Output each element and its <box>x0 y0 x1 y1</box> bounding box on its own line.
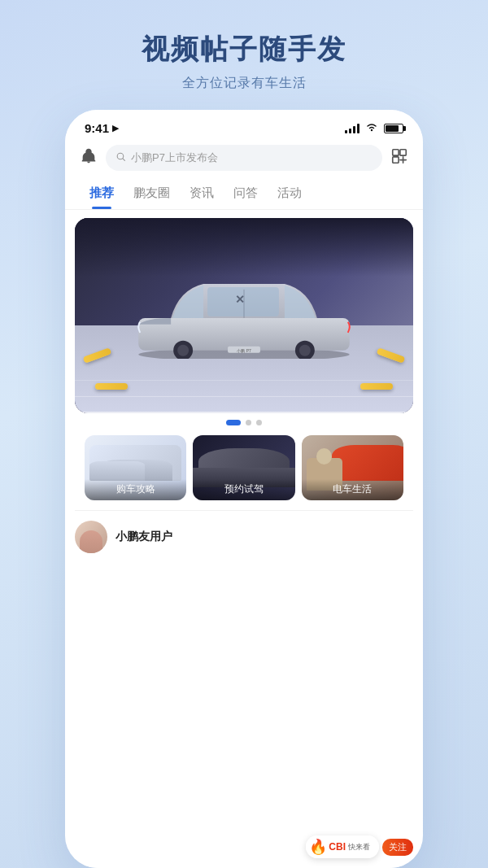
location-arrow-icon: ▶ <box>112 123 119 133</box>
status-time: 9:41 <box>85 121 109 135</box>
carousel-dots <box>75 413 413 430</box>
svg-text:小鹏 P7: 小鹏 P7 <box>237 348 251 353</box>
svg-point-15 <box>299 345 311 356</box>
thumb-label-3: 电车生活 <box>302 479 403 500</box>
svg-point-13 <box>177 345 189 356</box>
search-icon <box>115 151 126 164</box>
user-avatar <box>75 521 107 553</box>
thumb-label-1: 购车攻略 <box>85 479 186 500</box>
dot-3 <box>256 420 262 425</box>
user-name: 小鹏友用户 <box>115 530 172 544</box>
battery-icon <box>384 124 403 133</box>
hero-section: 视频帖子随手发 全方位记录有车生活 <box>125 0 363 110</box>
thumbnail-ev-life[interactable]: 电车生活 <box>302 435 403 500</box>
cbi-label: CBI <box>329 841 346 853</box>
signal-icon <box>345 124 359 133</box>
dot-2 <box>246 420 251 425</box>
nav-tabs: 推荐 鹏友圈 资讯 问答 活动 <box>65 177 423 210</box>
thumbnail-buy-guide[interactable]: 购车攻略 <box>85 435 186 500</box>
hero-title: 视频帖子随手发 <box>142 31 346 68</box>
search-placeholder: 小鹏P7上市发布会 <box>131 150 218 165</box>
wifi-icon <box>365 122 378 134</box>
thumb-label-2: 预约试驾 <box>193 479 294 500</box>
hero-subtitle: 全方位记录有车生活 <box>142 75 346 92</box>
svg-rect-3 <box>400 150 406 155</box>
cbi-sublabel: 快来看 <box>348 842 370 853</box>
tab-events[interactable]: 活动 <box>268 181 312 209</box>
share-icon[interactable] <box>390 147 408 168</box>
svg-rect-2 <box>393 150 399 155</box>
follow-button[interactable]: 关注 <box>382 839 413 856</box>
thumbnail-test-drive[interactable]: 预约试驾 <box>193 435 294 500</box>
tab-news[interactable]: 资讯 <box>180 181 224 209</box>
status-icons <box>345 122 403 134</box>
tab-friends-circle[interactable]: 鹏友圈 <box>124 181 180 209</box>
notification-bar: 小鹏P7上市发布会 <box>65 140 423 177</box>
svg-text:✕: ✕ <box>235 293 245 306</box>
search-bar[interactable]: 小鹏P7上市发布会 <box>106 145 382 171</box>
fire-icon: 🔥 <box>309 838 327 856</box>
cbi-watermark: 🔥 CBI 快来看 关注 <box>306 835 413 858</box>
svg-rect-4 <box>393 157 399 163</box>
dot-1 <box>226 420 241 425</box>
user-section: 小鹏友用户 <box>75 510 413 560</box>
svg-point-0 <box>371 129 373 131</box>
phone-frame: 9:41 ▶ <box>65 110 423 868</box>
tab-recommended[interactable]: 推荐 <box>80 181 124 209</box>
bell-icon[interactable] <box>80 147 98 168</box>
main-car-image: ✕ 小鹏 P7 <box>75 218 413 413</box>
status-bar: 9:41 ▶ <box>65 110 423 140</box>
tab-qa[interactable]: 问答 <box>224 181 268 209</box>
thumbnail-grid: 购车攻略 预约试驾 电车生活 <box>75 430 413 510</box>
